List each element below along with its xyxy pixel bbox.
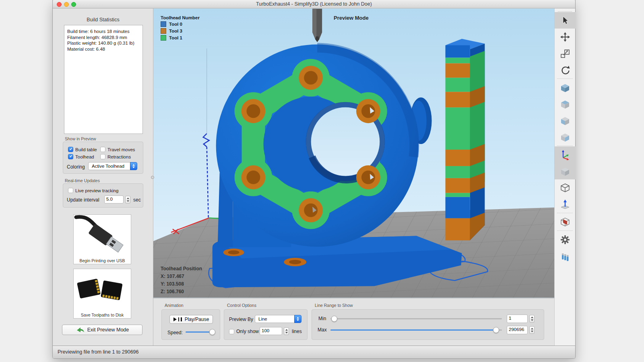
speed-slider[interactable]: [186, 329, 215, 335]
only-show-checkbox[interactable]: [229, 329, 234, 334]
toolhead-position-readout: Toolhead Position X: 107.467 Y: 103.508 …: [161, 265, 202, 296]
show-in-preview-label: Show in Preview: [65, 136, 96, 141]
toolhead-label: Toolhead: [75, 154, 94, 159]
toolhead-position-title: Toolhead Position: [161, 265, 202, 273]
select-tool-button[interactable]: [555, 12, 576, 29]
wireframe-cube-icon: [559, 182, 571, 193]
view-side-button[interactable]: [555, 129, 576, 145]
title-bar[interactable]: TurboExhaust4 - Simplify3D (Licensed to …: [53, 0, 575, 8]
line-range-group-label: Line Range to Show: [315, 303, 353, 308]
panel-splitter-handle[interactable]: [151, 176, 154, 179]
begin-printing-usb-button[interactable]: Begin Printing over USB: [73, 214, 131, 264]
tool1-label: Tool 1: [169, 35, 182, 40]
toolhead-position-x: X: 107.467: [161, 273, 202, 280]
tool0-color-swatch: [161, 21, 166, 27]
sd-button-caption: Save Toolpaths to Disk: [74, 312, 131, 319]
zoom-window-icon[interactable]: [71, 2, 76, 7]
update-interval-unit: sec: [133, 197, 141, 203]
layers-bars-icon: [559, 251, 571, 262]
retractions-checkbox-row[interactable]: Retractions: [100, 154, 131, 159]
rotate-view-tool-button[interactable]: [555, 62, 576, 78]
only-show-row[interactable]: Only show: [229, 329, 259, 334]
sd-cards-image: [74, 269, 131, 310]
show-axes-button[interactable]: [555, 146, 576, 163]
build-table-checkbox[interactable]: [68, 147, 73, 152]
toolbar-drag-handle[interactable]: [558, 9, 572, 12]
coloring-dropdown[interactable]: Active Toolhead: [88, 162, 137, 170]
cube-front-view-icon: [559, 115, 571, 126]
max-line-field[interactable]: 290696: [507, 326, 528, 334]
preview-by-dropdown-stepper-icon: [294, 315, 301, 323]
cursor-arrow-icon: [559, 15, 571, 26]
cross-section-cube-icon: [559, 216, 571, 228]
toolhead-checkbox-row[interactable]: Toolhead: [68, 154, 94, 159]
update-interval-stepper-icon[interactable]: [125, 196, 130, 204]
update-interval-field[interactable]: 5.0: [104, 195, 124, 204]
back-arrow-icon: [76, 327, 85, 333]
show-normals-button[interactable]: [555, 196, 576, 212]
travel-moves-checkbox[interactable]: [100, 147, 105, 152]
close-window-icon[interactable]: [57, 2, 62, 7]
live-preview-tracking-checkbox[interactable]: [68, 188, 73, 193]
preview-by-value: Line: [258, 317, 267, 321]
max-label: Max: [318, 327, 327, 333]
travel-moves-checkbox-row[interactable]: Travel moves: [100, 147, 135, 152]
stat-plastic-weight: Plastic weight: 140.80 g (0.31 lb): [67, 40, 140, 46]
play-pause-button[interactable]: Play/Pause: [169, 315, 213, 324]
max-slider-handle[interactable]: [493, 327, 499, 333]
build-table-checkbox-row[interactable]: Build table: [68, 147, 97, 152]
desktop-background: TurboExhaust4 - Simplify3D (Licensed to …: [0, 0, 644, 362]
max-line-stepper-icon[interactable]: [529, 326, 535, 334]
view-front-button[interactable]: [555, 112, 576, 129]
view-top-button[interactable]: [555, 96, 576, 112]
move-tool-button[interactable]: [555, 29, 576, 45]
tool3-label: Tool 3: [169, 29, 182, 33]
save-toolpaths-button[interactable]: Save Toolpaths to Disk: [73, 269, 131, 319]
preview-controls-bar: Animation Play/Pause Speed: Control: [153, 298, 554, 346]
control-options-group: [224, 309, 308, 340]
preview-by-dropdown[interactable]: Line: [255, 315, 301, 323]
max-line-slider[interactable]: [330, 327, 502, 333]
minimize-window-icon[interactable]: [64, 2, 69, 7]
live-preview-tracking-row[interactable]: Live preview tracking: [68, 188, 118, 193]
cross-section-button[interactable]: [555, 214, 576, 230]
travel-moves-label: Travel moves: [107, 147, 135, 152]
retractions-checkbox[interactable]: [100, 154, 105, 159]
toolbar-separator: [557, 230, 573, 231]
only-show-stepper-icon[interactable]: [284, 327, 289, 335]
machine-settings-button[interactable]: [555, 231, 576, 248]
min-slider-handle[interactable]: [331, 316, 337, 322]
status-text: Previewing file from line 1 to 290696: [53, 346, 139, 358]
render-wireframe-button[interactable]: [555, 179, 576, 196]
toolhead-position-z: Z: 106.760: [161, 288, 202, 296]
status-bar: Previewing file from line 1 to 290696: [53, 346, 575, 358]
speed-label: Speed:: [167, 330, 183, 335]
exit-preview-mode-button[interactable]: Exit Preview Mode: [62, 325, 142, 335]
preview-3d-viewport[interactable]: Toolhead Number Tool 0 Tool 3 Tool 1: [153, 8, 554, 298]
scale-tool-button[interactable]: [555, 45, 576, 62]
play-pause-label: Play/Pause: [185, 317, 209, 322]
build-table-label: Build table: [75, 147, 97, 152]
normal-arrow-icon: [559, 199, 571, 210]
min-line-field[interactable]: 1: [507, 315, 528, 323]
toolpath-layers-button[interactable]: [555, 248, 576, 264]
realtime-updates-label: Real-time Updates: [65, 178, 100, 183]
min-line-slider[interactable]: [330, 316, 502, 322]
scale-icon: [559, 48, 571, 59]
legend-row-tool1: Tool 1: [161, 35, 200, 41]
only-show-lines-field[interactable]: 100: [260, 327, 282, 335]
min-line-stepper-icon[interactable]: [529, 315, 535, 323]
tool3-color-swatch: [161, 28, 166, 34]
stat-material-cost: Material cost: 6.48: [67, 46, 140, 52]
preview-mode-label: Preview Mode: [334, 15, 369, 21]
legend-row-tool0: Tool 0: [161, 21, 200, 27]
update-interval-label: Update interval: [67, 197, 99, 203]
speed-slider-handle[interactable]: [209, 329, 215, 335]
render-solid-button[interactable]: [555, 163, 576, 179]
toolhead-checkbox[interactable]: [68, 154, 73, 159]
view-default-button[interactable]: [555, 79, 576, 96]
exit-button-label: Exit Preview Mode: [87, 327, 129, 333]
pause-bar-icon: [181, 317, 182, 321]
toolhead-legend: Toolhead Number Tool 0 Tool 3 Tool 1: [161, 15, 200, 41]
scene-render: [153, 8, 554, 298]
